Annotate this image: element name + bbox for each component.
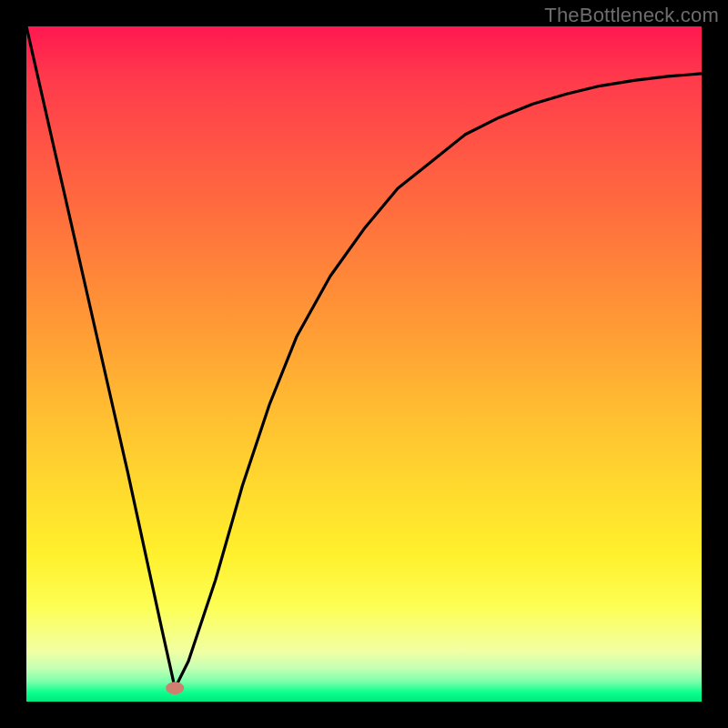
watermark-text: TheBottleneck.com xyxy=(544,4,719,27)
optimal-point-marker xyxy=(166,682,184,694)
chart-frame: TheBottleneck.com xyxy=(0,0,728,728)
bottleneck-curve xyxy=(26,26,702,688)
plot-area xyxy=(26,26,702,702)
chart-overlay xyxy=(26,26,702,702)
